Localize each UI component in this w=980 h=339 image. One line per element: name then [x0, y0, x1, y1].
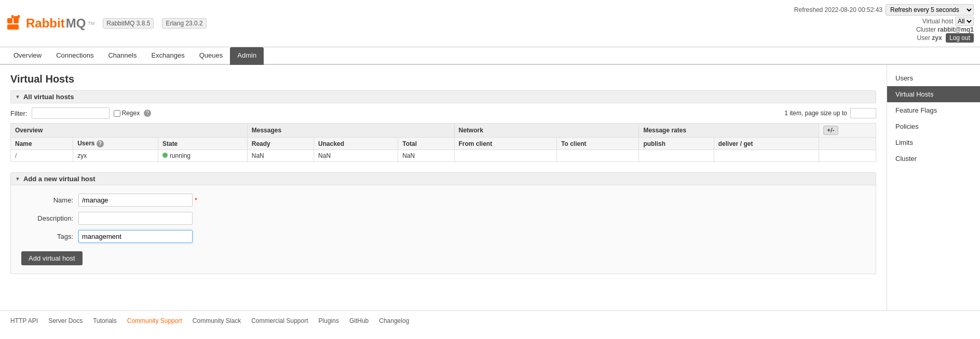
top-right-info: Refreshed 2022-08-20 00:52:43 Refresh ev…: [794, 4, 974, 43]
row-to-client: [557, 150, 639, 162]
message-rates-group-header: Message rates: [639, 124, 819, 138]
users-help-icon[interactable]: ?: [97, 140, 104, 147]
nav-item-overview[interactable]: Overview: [6, 47, 49, 65]
description-input[interactable]: [78, 212, 193, 225]
regex-label: Regex: [114, 110, 140, 117]
main-layout: Virtual Hosts ▼ All virtual hosts Filter…: [0, 65, 980, 310]
regex-checkbox[interactable]: [114, 110, 120, 117]
footer-link-community-slack[interactable]: Community Slack: [193, 317, 241, 324]
row-extra: [819, 150, 876, 162]
col-ready: Ready: [247, 138, 314, 150]
footer-link-community-support[interactable]: Community Support: [127, 317, 182, 324]
main-nav: Overview Connections Channels Exchanges …: [0, 47, 980, 65]
regex-help-icon[interactable]: ?: [144, 110, 151, 117]
description-label: Description:: [21, 214, 73, 222]
vhosts-section-header[interactable]: ▼ All virtual hosts: [10, 90, 876, 103]
col-total: Total: [398, 138, 454, 150]
logo: RabbitMQTM: [6, 14, 94, 33]
refresh-select[interactable]: Refresh every 5 seconds Refresh every 10…: [886, 4, 974, 16]
rabbitmq-logo-icon: [6, 14, 25, 33]
vhost-select[interactable]: All: [955, 17, 974, 26]
sidebar-item-policies[interactable]: Policies: [887, 118, 980, 134]
refreshed-label: Refreshed 2022-08-20 00:52:43: [794, 6, 882, 13]
row-deliver-get: [714, 150, 819, 162]
logo-area: RabbitMQTM RabbitMQ 3.8.5 Erlang 23.0.2: [6, 14, 794, 33]
logout-button[interactable]: Log out: [946, 33, 974, 43]
nav-item-exchanges[interactable]: Exchanges: [144, 47, 192, 65]
col-users: Users ?: [73, 138, 158, 150]
user-value: zyx: [932, 34, 942, 42]
sidebar-item-limits[interactable]: Limits: [887, 134, 980, 151]
right-sidebar: Users Virtual Hosts Feature Flags Polici…: [887, 65, 980, 310]
col-deliver-get: deliver / get: [714, 138, 819, 150]
name-input[interactable]: [78, 194, 193, 207]
filter-input[interactable]: [32, 107, 110, 119]
svg-rect-4: [18, 15, 20, 18]
footer-link-server-docs[interactable]: Server Docs: [48, 317, 83, 324]
add-vhost-form-body: Name: * Description: Tags: Add virtual h…: [10, 185, 876, 274]
col-extra: [819, 138, 876, 150]
user-label: User: [917, 34, 930, 42]
row-state: running: [158, 150, 247, 162]
nav-item-admin[interactable]: Admin: [230, 47, 264, 65]
content-area: Virtual Hosts ▼ All virtual hosts Filter…: [0, 65, 887, 310]
description-form-row: Description:: [21, 212, 865, 225]
filter-label: Filter:: [10, 110, 28, 117]
col-name: Name: [11, 138, 73, 150]
logo-rabbit-text: Rabbit: [26, 16, 65, 31]
top-bar: RabbitMQTM RabbitMQ 3.8.5 Erlang 23.0.2 …: [0, 0, 980, 47]
add-vhost-button[interactable]: Add virtual host: [21, 251, 83, 265]
table-row: / zyx running NaN NaN NaN: [11, 150, 876, 162]
row-from-client: [454, 150, 557, 162]
status-dot: [162, 153, 168, 158]
sidebar-item-users[interactable]: Users: [887, 70, 980, 86]
footer-link-github[interactable]: GitHub: [349, 317, 369, 324]
nav-item-channels[interactable]: Channels: [101, 47, 144, 65]
add-vhost-section-header[interactable]: ▼ Add a new virtual host: [10, 172, 876, 185]
col-state: State: [158, 138, 247, 150]
svg-rect-3: [11, 15, 13, 18]
rabbitmq-version: RabbitMQ 3.8.5: [103, 18, 154, 29]
messages-group-header: Messages: [247, 124, 454, 138]
cluster-label: Cluster: [916, 26, 936, 33]
add-vhost-section-title: Add a new virtual host: [23, 175, 96, 183]
row-total: NaN: [398, 150, 454, 162]
name-form-row: Name: *: [21, 194, 865, 207]
row-ready: NaN: [247, 150, 314, 162]
col-to-client: To client: [557, 138, 639, 150]
footer: HTTP API Server Docs Tutorials Community…: [0, 310, 980, 331]
tags-input[interactable]: [78, 230, 193, 243]
footer-link-commercial-support[interactable]: Commercial Support: [251, 317, 308, 324]
vhosts-collapse-arrow: ▼: [15, 94, 20, 100]
network-group-header: Network: [454, 124, 639, 138]
col-publish: publish: [639, 138, 714, 150]
sidebar-item-virtual-hosts[interactable]: Virtual Hosts: [887, 86, 980, 102]
vhosts-tbody: / zyx running NaN NaN NaN: [11, 150, 876, 162]
footer-link-http-api[interactable]: HTTP API: [10, 317, 38, 324]
page-title: Virtual Hosts: [10, 73, 876, 85]
plus-minus-button[interactable]: +/-: [823, 126, 838, 135]
page-size-input[interactable]: 100: [850, 108, 876, 118]
footer-link-tutorials[interactable]: Tutorials: [93, 317, 117, 324]
footer-link-plugins[interactable]: Plugins: [319, 317, 339, 324]
plus-minus-header[interactable]: +/-: [819, 124, 876, 138]
nav-item-queues[interactable]: Queues: [192, 47, 230, 65]
footer-link-changelog[interactable]: Changelog: [379, 317, 409, 324]
row-name[interactable]: /: [11, 150, 73, 162]
row-publish: [639, 150, 714, 162]
sidebar-item-cluster[interactable]: Cluster: [887, 151, 980, 167]
nav-item-connections[interactable]: Connections: [49, 47, 101, 65]
logo-tm-text: TM: [88, 21, 94, 26]
vhost-label: Virtual host: [922, 18, 954, 25]
add-vhost-collapse-arrow: ▼: [15, 176, 20, 182]
overview-group-header: Overview: [11, 124, 248, 138]
name-required-star: *: [195, 196, 197, 204]
svg-rect-2: [7, 24, 19, 30]
sidebar-item-feature-flags[interactable]: Feature Flags: [887, 102, 980, 118]
col-unacked: Unacked: [314, 138, 398, 150]
filter-row: Filter: Regex ? 1 item, page size up to …: [10, 103, 876, 123]
pagination-info: 1 item, page size up to 100: [784, 108, 876, 118]
tags-form-row: Tags:: [21, 230, 865, 243]
erlang-version: Erlang 23.0.2: [162, 18, 206, 29]
row-unacked: NaN: [314, 150, 398, 162]
